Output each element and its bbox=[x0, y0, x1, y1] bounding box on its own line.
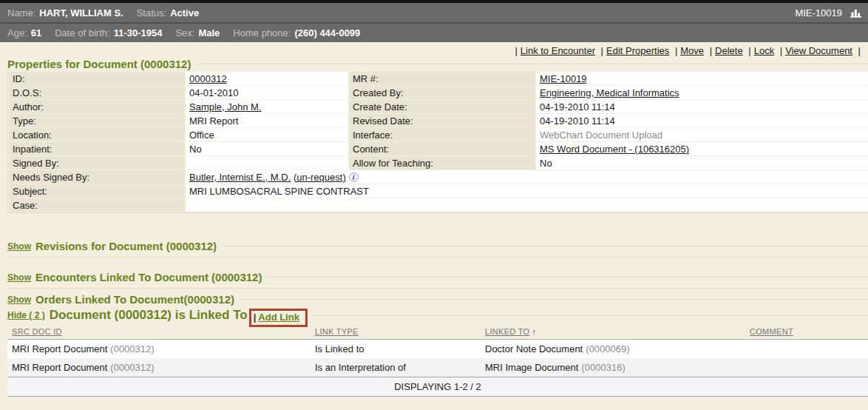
patient-name: HART, WILLIAM S. bbox=[39, 7, 123, 19]
bar-chart-icon[interactable] bbox=[850, 7, 862, 18]
add-link-button[interactable]: Add Link bbox=[258, 312, 299, 323]
phone-value: (260) 444-0099 bbox=[294, 27, 360, 38]
table-row: Case: bbox=[9, 198, 868, 212]
comment-header[interactable]: COMMENT bbox=[750, 327, 793, 336]
separator: | bbox=[710, 45, 712, 56]
link-type-value: Is an Interpretation of bbox=[311, 358, 481, 377]
subject-label: Subject: bbox=[9, 184, 185, 198]
encounters-collapsed-body bbox=[7, 283, 868, 289]
separator: | bbox=[748, 45, 750, 56]
author-link[interactable]: Sample, John M. bbox=[189, 101, 262, 112]
linked-doc-id: (0000069) bbox=[586, 343, 629, 354]
mr-number-link[interactable]: MIE-10019 bbox=[540, 73, 587, 84]
edit-properties-link[interactable]: Edit Properties bbox=[606, 45, 669, 56]
table-row: Type: MRI Report Revised Date: 04-19-201… bbox=[9, 114, 868, 127]
content-label: Content: bbox=[349, 142, 535, 155]
separator: | bbox=[254, 312, 257, 323]
src-doc-id-header[interactable]: SRC DOC ID bbox=[12, 327, 62, 336]
move-link[interactable]: Move bbox=[680, 45, 704, 56]
revisions-section: Show Revisions for Document (0000312) bbox=[7, 240, 868, 258]
dob-label: Date of birth: bbox=[55, 27, 109, 38]
table-row: Subject: MRI LUMBOSACRAL SPINE CONTRAST bbox=[9, 184, 868, 198]
created-by-link[interactable]: Engineering, Medical Informatics bbox=[540, 87, 679, 98]
inpatient-label: Inpatient: bbox=[9, 142, 185, 155]
sex-label: Sex: bbox=[175, 27, 194, 38]
revised-date-value: 04-19-2010 11:14 bbox=[536, 114, 868, 127]
annotation-highlight-box: |Add Link bbox=[249, 309, 308, 327]
content-link[interactable]: MS Word Document - (106316205) bbox=[540, 144, 689, 155]
document-actions-row: |Link to Encounter |Edit Properties |Mov… bbox=[0, 42, 868, 58]
patient-status: Active bbox=[170, 7, 199, 19]
table-row: Author: Sample, John M. Create Date: 04-… bbox=[9, 100, 868, 113]
properties-fieldset: ID: 0000312 MR #: MIE-10019 D.O.S: 04-01… bbox=[7, 71, 868, 213]
patient-header-bar: Name: HART, WILLIAM S. Status: Active MI… bbox=[0, 3, 868, 22]
sex-value: Male bbox=[198, 27, 220, 38]
src-doc-id: (0000312) bbox=[110, 362, 154, 373]
dob-value: 11-30-1954 bbox=[114, 27, 163, 38]
revisions-collapsed-body bbox=[7, 252, 868, 258]
properties-table: ID: 0000312 MR #: MIE-10019 D.O.S: 04-01… bbox=[8, 71, 868, 212]
un-request-link[interactable]: (un-request) bbox=[294, 172, 346, 183]
linked-doc-id: (0000316) bbox=[581, 362, 625, 373]
phone-label: Home phone: bbox=[233, 27, 291, 38]
view-document-link[interactable]: View Document bbox=[785, 45, 852, 56]
properties-section-title: Properties for Document (0000312) bbox=[7, 58, 868, 70]
table-row: ID: 0000312 MR #: MIE-10019 bbox=[9, 72, 868, 85]
linked-section-header: Hide ( 2 ) Document (0000312) is Linked … bbox=[7, 308, 868, 323]
sex-pair: Sex: Male bbox=[175, 27, 220, 38]
table-row: Signed By: Allow for Teaching: No bbox=[9, 156, 868, 169]
interface-value: WebChart Document Upload bbox=[536, 128, 868, 141]
patient-status-pair: Status: Active bbox=[137, 7, 200, 19]
separator: | bbox=[515, 45, 517, 56]
lock-link[interactable]: Lock bbox=[754, 45, 774, 56]
comment-value bbox=[745, 358, 868, 377]
case-value bbox=[186, 198, 868, 212]
comment-value bbox=[745, 340, 868, 359]
dob-pair: Date of birth: 11-30-1954 bbox=[55, 27, 162, 38]
age-label: Age: bbox=[7, 27, 27, 38]
table-row: D.O.S: 04-01-2010 Created By: Engineerin… bbox=[9, 86, 868, 99]
dos-label: D.O.S: bbox=[9, 86, 185, 99]
encounters-section: Show Encounters Linked To Document (0000… bbox=[7, 271, 868, 289]
hide-linked-link[interactable]: Hide ( 2 ) bbox=[7, 310, 45, 320]
show-revisions-link[interactable]: Show bbox=[7, 241, 31, 252]
info-icon[interactable]: i bbox=[349, 172, 359, 182]
sort-ascending-icon[interactable]: ↑ bbox=[532, 327, 536, 336]
linked-documents-table: SRC DOC ID LINK TYPE LINKED TO↑ COMMENT … bbox=[7, 325, 868, 397]
revisions-title: Revisions for Document (0000312) bbox=[35, 240, 217, 252]
patient-name-pair: Name: HART, WILLIAM S. bbox=[7, 7, 123, 19]
create-date-value: 04-19-2010 11:14 bbox=[536, 100, 868, 113]
linked-documents-section: Hide ( 2 ) Document (0000312) is Linked … bbox=[7, 308, 868, 397]
table-footer-row: DISPLAYING 1-2 / 2 bbox=[7, 377, 868, 397]
orders-section: Show Orders Linked To Document(0000312) bbox=[7, 293, 868, 306]
src-doc-id: (0000312) bbox=[110, 343, 154, 354]
case-label: Case: bbox=[9, 198, 185, 212]
linked-to-header[interactable]: LINKED TO bbox=[485, 327, 529, 336]
location-value: Office bbox=[186, 128, 348, 141]
src-doc-name: MRI Report Document bbox=[12, 343, 107, 354]
revised-date-label: Revised Date: bbox=[349, 114, 535, 127]
linked-doc-name: Doctor Note Document bbox=[485, 343, 583, 354]
show-encounters-link[interactable]: Show bbox=[7, 272, 31, 283]
table-row: Location: Office Interface: WebChart Doc… bbox=[9, 128, 868, 141]
linked-title: Document (0000312) is Linked To bbox=[50, 308, 248, 323]
delete-link[interactable]: Delete bbox=[715, 45, 743, 56]
age-pair: Age: 61 bbox=[7, 27, 41, 38]
id-label: ID: bbox=[9, 72, 185, 85]
needs-signed-by-link[interactable]: Butler, Internist E., M.D. bbox=[189, 172, 291, 183]
table-row: Inpatient: No Content: MS Word Document … bbox=[9, 142, 868, 155]
age-value: 61 bbox=[31, 27, 41, 38]
signed-by-label: Signed By: bbox=[9, 156, 185, 169]
interface-label: Interface: bbox=[349, 128, 535, 141]
mr-number-badge: MIE-10019 bbox=[795, 7, 842, 19]
link-type-header[interactable]: LINK TYPE bbox=[315, 327, 359, 336]
show-orders-link[interactable]: Show bbox=[7, 295, 31, 305]
orders-title: Orders Linked To Document(0000312) bbox=[35, 293, 234, 306]
paging-status: DISPLAYING 1-2 / 2 bbox=[7, 377, 868, 397]
create-date-label: Create Date: bbox=[349, 100, 535, 113]
inpatient-value: No bbox=[186, 142, 348, 155]
link-to-encounter-link[interactable]: Link to Encounter bbox=[521, 45, 595, 56]
properties-title-text: Properties for Document (0000312) bbox=[7, 58, 191, 70]
dos-value: 04-01-2010 bbox=[186, 86, 348, 99]
document-id-link[interactable]: 0000312 bbox=[189, 73, 227, 84]
